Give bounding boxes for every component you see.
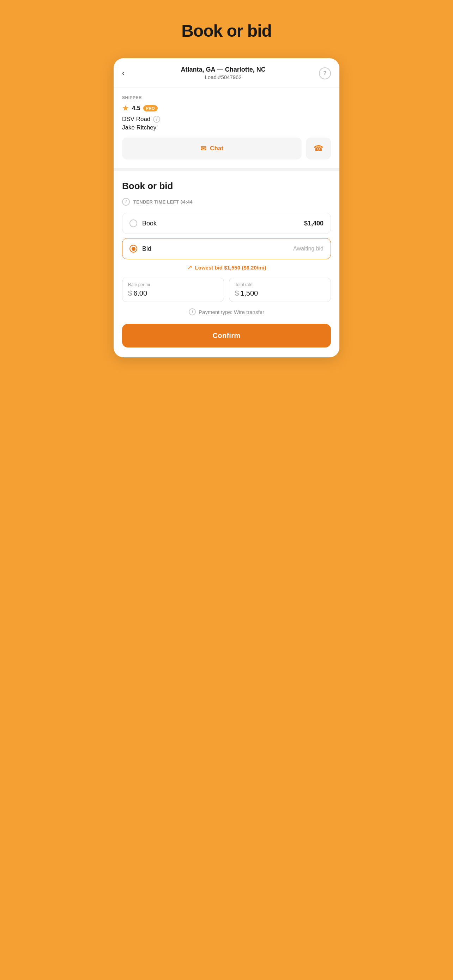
total-rate-label: Total rate [235, 282, 325, 287]
load-number: Load #5047962 [127, 74, 319, 80]
dollar-sign-1: $ [128, 289, 132, 297]
rate-per-mi-field[interactable]: Rate per mi $6.00 [122, 278, 224, 302]
section-divider [114, 168, 339, 171]
bid-radio[interactable] [129, 245, 137, 253]
payment-info-label: i [192, 310, 193, 314]
company-info-icon[interactable]: i [153, 116, 160, 123]
chat-icon: ✉ [200, 144, 207, 153]
dollar-sign-2: $ [235, 289, 239, 297]
book-option-row[interactable]: Book $1,400 [122, 213, 331, 234]
phone-icon: ☎ [314, 144, 323, 153]
trend-icon: ↗ [187, 264, 192, 271]
chat-label: Chat [210, 145, 223, 152]
pro-badge: PRO [143, 105, 158, 111]
phone-button[interactable]: ☎ [306, 138, 331, 159]
header-center: Atlanta, GA — Charlotte, NC Load #504796… [127, 66, 319, 80]
page-title: Book or bid [181, 21, 272, 41]
lowest-bid-value: $1,550 ($6.20/mi) [224, 264, 266, 270]
company-name: DSV Road [122, 116, 150, 123]
rating-row: ★ 4.5 PRO [122, 104, 331, 113]
total-rate-field[interactable]: Total rate $1,500 [229, 278, 331, 302]
tender-info-label: i [125, 200, 126, 204]
payment-row: i Payment type: Wire transfer [122, 308, 331, 315]
help-button[interactable]: ? [319, 67, 331, 80]
payment-info-icon: i [189, 308, 196, 315]
bid-option-row[interactable]: Bid Awaiting bid [122, 238, 331, 259]
book-radio[interactable] [129, 220, 137, 227]
action-buttons: ✉ Chat ☎ [114, 138, 339, 168]
bid-option-status: Awaiting bid [293, 245, 324, 252]
rate-per-mi-amount: 6.00 [134, 289, 147, 297]
shipper-section: SHIPPER ★ 4.5 PRO DSV Road i Jake Ritche… [114, 88, 339, 131]
bid-section-title: Book or bid [122, 181, 331, 192]
help-icon: ? [323, 70, 327, 76]
book-option-label: Book [142, 220, 157, 227]
rate-per-mi-label: Rate per mi [128, 282, 218, 287]
rating-value: 4.5 [132, 105, 140, 112]
total-rate-value: $1,500 [235, 289, 325, 298]
chat-button[interactable]: ✉ Chat [122, 138, 302, 159]
bid-radio-inner [132, 247, 135, 251]
lowest-bid-text: Lowest bid $1,550 ($6.20/mi) [195, 264, 266, 270]
company-row: DSV Road i [122, 116, 331, 123]
card-header: ‹ Atlanta, GA — Charlotte, NC Load #5047… [114, 58, 339, 88]
tender-time-text: TENDER TIME LEFT 34:44 [134, 199, 192, 205]
book-option-left: Book [129, 220, 157, 227]
contact-name: Jake Ritchey [122, 124, 331, 131]
tender-info-icon: i [122, 198, 130, 206]
info-label: i [156, 117, 157, 122]
payment-text: Payment type: Wire transfer [199, 309, 264, 315]
book-option-price: $1,400 [304, 220, 324, 227]
bid-option-label: Bid [142, 245, 151, 253]
bid-section: Book or bid i TENDER TIME LEFT 34:44 Boo… [114, 171, 339, 357]
bid-option-left: Bid [129, 245, 151, 253]
tender-time-row: i TENDER TIME LEFT 34:44 [122, 198, 331, 206]
back-button[interactable]: ‹ [122, 67, 127, 80]
route-title: Atlanta, GA — Charlotte, NC [127, 66, 319, 73]
lowest-bid-label: Lowest bid [195, 264, 223, 270]
rate-per-mi-value: $6.00 [128, 289, 218, 298]
total-rate-amount: 1,500 [240, 289, 258, 297]
star-icon: ★ [122, 104, 129, 113]
lowest-bid-row: ↗ Lowest bid $1,550 ($6.20/mi) [122, 264, 331, 271]
confirm-button[interactable]: Confirm [122, 324, 331, 347]
shipper-label: SHIPPER [122, 95, 331, 100]
rate-inputs: Rate per mi $6.00 Total rate $1,500 [122, 278, 331, 302]
main-card: ‹ Atlanta, GA — Charlotte, NC Load #5047… [114, 58, 339, 357]
